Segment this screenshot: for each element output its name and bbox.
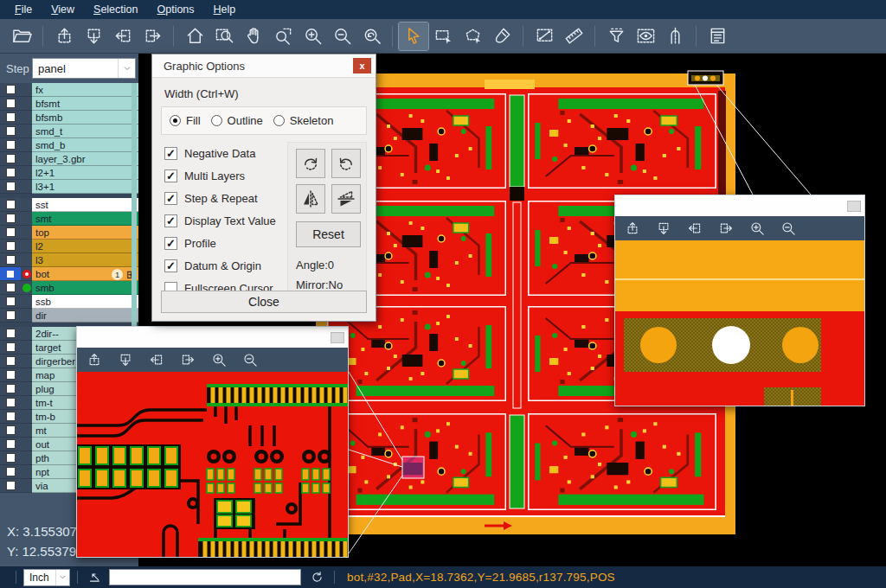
layer-name[interactable]: l3 bbox=[32, 253, 138, 267]
pan-down-icon[interactable] bbox=[79, 22, 108, 50]
layer-name[interactable]: l2 bbox=[32, 240, 138, 253]
checkbox-profile[interactable]: ✓Profile bbox=[164, 232, 287, 254]
layer-name[interactable]: ssb bbox=[32, 295, 138, 309]
layer-name[interactable]: l3+1 bbox=[32, 180, 138, 194]
layer-visibility-checkbox[interactable] bbox=[0, 438, 21, 451]
layer-visibility-checkbox[interactable] bbox=[0, 465, 21, 479]
layer-row-ssb[interactable]: ssb bbox=[0, 295, 138, 309]
layer-name[interactable]: l2+1 bbox=[32, 166, 138, 180]
open-file-icon[interactable] bbox=[7, 22, 36, 50]
layer-visibility-checkbox[interactable] bbox=[0, 83, 21, 97]
zoom-previous-icon[interactable] bbox=[356, 22, 386, 50]
layer-name[interactable]: sst bbox=[32, 198, 138, 212]
zoom-out-icon[interactable] bbox=[778, 219, 799, 238]
layer-name[interactable]: bot1⊞ bbox=[32, 267, 138, 281]
measure-distance-icon[interactable] bbox=[530, 22, 559, 50]
layer-visibility-checkbox[interactable] bbox=[0, 327, 21, 341]
rect-select-icon[interactable] bbox=[428, 22, 458, 50]
zoom-preview-window-right[interactable] bbox=[614, 195, 865, 406]
layer-name[interactable]: smd_t bbox=[32, 125, 138, 138]
layer-row-bfsmt[interactable]: bfsmt bbox=[0, 97, 138, 111]
reset-button[interactable]: Reset bbox=[296, 221, 361, 247]
pan-right-icon[interactable] bbox=[177, 350, 198, 369]
pan-right-icon[interactable] bbox=[138, 22, 167, 50]
layer-row-smb[interactable]: smb bbox=[0, 281, 138, 295]
clean-brush-icon[interactable] bbox=[487, 22, 517, 50]
pan-up-icon[interactable] bbox=[49, 22, 79, 50]
report-icon[interactable] bbox=[703, 22, 732, 50]
layer-visibility-checkbox[interactable] bbox=[0, 355, 21, 368]
layer-visibility-checkbox[interactable] bbox=[0, 396, 21, 410]
step-select[interactable]: panel bbox=[32, 58, 136, 79]
layer-visibility-checkbox[interactable] bbox=[0, 97, 21, 111]
layer-row-top[interactable]: top bbox=[0, 226, 138, 240]
layer-visibility-checkbox[interactable] bbox=[0, 138, 21, 152]
layer-name[interactable]: bfsmt bbox=[32, 97, 138, 111]
close-button[interactable]: Close bbox=[161, 291, 367, 313]
preview-menu-button[interactable] bbox=[847, 201, 861, 212]
menu-view[interactable]: View bbox=[42, 0, 84, 19]
pan-down-icon[interactable] bbox=[115, 350, 136, 369]
layer-name[interactable]: smd_b bbox=[32, 138, 138, 152]
menu-help[interactable]: Help bbox=[204, 0, 246, 19]
menu-options[interactable]: Options bbox=[147, 0, 203, 19]
layer-name[interactable]: dir bbox=[32, 309, 138, 323]
layer-visibility-checkbox[interactable] bbox=[0, 410, 21, 424]
pcb-zoom-view-left[interactable] bbox=[77, 372, 348, 557]
layer-row-sst[interactable]: sst bbox=[0, 198, 138, 212]
layer-visibility-checkbox[interactable] bbox=[0, 125, 21, 138]
pan-left-icon[interactable] bbox=[684, 219, 705, 238]
layer-visibility-checkbox[interactable] bbox=[0, 479, 21, 493]
layer-name[interactable]: fx bbox=[32, 83, 138, 97]
layer-visibility-checkbox[interactable] bbox=[0, 198, 21, 212]
layer-row-fx[interactable]: fx bbox=[0, 83, 138, 97]
poly-select-icon[interactable] bbox=[458, 22, 487, 50]
layer-visibility-checkbox[interactable] bbox=[0, 226, 21, 240]
pan-down-icon[interactable] bbox=[653, 219, 674, 238]
chevron-down-icon[interactable] bbox=[55, 570, 69, 585]
radio-skeleton[interactable]: Skeleton bbox=[273, 114, 334, 127]
checkbox-multi-layers[interactable]: ✓Multi Layers bbox=[164, 164, 287, 187]
pan-up-icon[interactable] bbox=[84, 350, 105, 369]
flip-horizontal-button[interactable] bbox=[296, 184, 325, 214]
layer-row-bfsmb[interactable]: bfsmb bbox=[0, 111, 138, 125]
layer-visibility-checkbox[interactable] bbox=[0, 341, 21, 355]
chevron-down-icon[interactable] bbox=[118, 59, 135, 78]
layer-visibility-checkbox[interactable] bbox=[0, 267, 21, 281]
layer-row-bot[interactable]: bot1⊞ bbox=[0, 267, 138, 281]
checkbox-datum-origin[interactable]: ✓Datum & Origin bbox=[164, 254, 287, 277]
checkbox-box[interactable]: ✓ bbox=[164, 214, 177, 227]
refresh-icon[interactable] bbox=[306, 568, 327, 587]
flip-vertical-button[interactable] bbox=[331, 184, 361, 214]
layer-visibility-checkbox[interactable] bbox=[0, 240, 21, 253]
command-input[interactable] bbox=[109, 569, 301, 585]
checkbox-box[interactable]: ✓ bbox=[164, 192, 177, 205]
dialog-title-bar[interactable]: Graphic Options x bbox=[152, 54, 376, 78]
layer-row-l2[interactable]: l2 bbox=[0, 240, 138, 253]
layer-visibility-checkbox[interactable] bbox=[0, 309, 21, 323]
corner-snap-icon[interactable] bbox=[85, 568, 106, 587]
home-view-icon[interactable] bbox=[180, 22, 209, 50]
layer-row-smd_t[interactable]: smd_t bbox=[0, 125, 138, 138]
layer-name[interactable]: smt bbox=[32, 212, 138, 226]
unit-select[interactable]: Inch bbox=[23, 569, 70, 586]
checkbox-box[interactable]: ✓ bbox=[164, 237, 177, 250]
view-eye-icon[interactable] bbox=[631, 22, 660, 50]
layer-visibility-checkbox[interactable] bbox=[0, 166, 21, 180]
layer-visibility-checkbox[interactable] bbox=[0, 382, 21, 396]
layer-name[interactable]: smb bbox=[32, 281, 138, 295]
zoom-window-icon[interactable] bbox=[209, 22, 239, 50]
layer-visibility-checkbox[interactable] bbox=[0, 424, 21, 438]
checkbox-box[interactable]: ✓ bbox=[164, 147, 177, 160]
layer-visibility-checkbox[interactable] bbox=[0, 295, 21, 309]
layer-row-smd_b[interactable]: smd_b bbox=[0, 138, 138, 152]
ruler-icon[interactable] bbox=[559, 22, 588, 50]
layer-name[interactable]: bfsmb bbox=[32, 111, 138, 125]
layer-row-layer_3.gbr[interactable]: layer_3.gbr bbox=[0, 152, 138, 166]
trace-uturn-icon[interactable] bbox=[660, 22, 690, 50]
zoom-preview-window-left[interactable] bbox=[76, 326, 349, 558]
pan-left-icon[interactable] bbox=[146, 350, 167, 369]
preview-title-bar[interactable] bbox=[77, 327, 348, 348]
select-arrow-icon[interactable] bbox=[399, 22, 428, 50]
layer-visibility-checkbox[interactable] bbox=[0, 368, 21, 382]
